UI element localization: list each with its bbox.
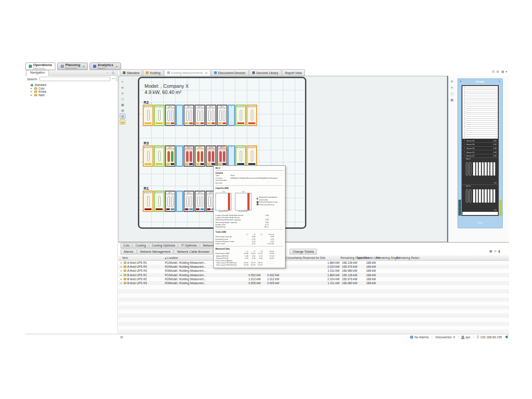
sidebar-item-standard[interactable]: Standard bbox=[27, 83, 117, 87]
close-icon[interactable]: ☒ bbox=[205, 71, 207, 74]
rack[interactable]: R1-20.2kW 0.2kW bbox=[184, 191, 194, 212]
rack[interactable]: A-feed UPS bbox=[143, 191, 153, 212]
minimize-icon[interactable]: ⊟ bbox=[492, 70, 495, 74]
server-unit[interactable]: 12Server 513 W bbox=[462, 154, 498, 158]
blade-chassis[interactable]: RM 217 W bbox=[462, 185, 498, 212]
server-unit[interactable]: 15Server 543 W bbox=[462, 143, 498, 147]
table-row[interactable]: ▶B-feed UPS R2R2/Model: /Kolding Measure… bbox=[118, 277, 509, 281]
rack[interactable]: R3-20.2kW 0.2kW bbox=[184, 145, 194, 167]
table-icon[interactable]: ▦ bbox=[489, 250, 493, 253]
sidebar-item-emea[interactable]: ▶Emea bbox=[27, 90, 117, 94]
expand-arrow-icon[interactable]: ▶ bbox=[31, 94, 33, 96]
server-unit[interactable]: 16Server 553 W bbox=[462, 139, 498, 143]
sidebar-item-nam[interactable]: ▶Nam bbox=[27, 94, 117, 97]
rack[interactable]: A-feed UPS bbox=[143, 145, 153, 167]
rack[interactable]: R2-50.2kW 0.2kW bbox=[217, 105, 227, 126]
grid-icon[interactable]: ▦ bbox=[449, 97, 455, 102]
rack[interactable]: R3-10.2kW 0.2kW bbox=[165, 145, 176, 167]
table-row[interactable]: ▶A-feed UPS R3R3/Model: /Kolding Measure… bbox=[118, 269, 509, 273]
column-header[interactable]: Remaining Redun bbox=[396, 256, 419, 259]
collapse-rack-icon[interactable]: ▲ bbox=[498, 80, 501, 82]
blade-chassis[interactable]: RM 227 W bbox=[462, 158, 498, 185]
navigation-tab[interactable]: Navigation bbox=[26, 70, 49, 76]
tab-change-tickets[interactable]: Change Tickets bbox=[289, 249, 317, 254]
select-tool-icon[interactable]: ↖ bbox=[120, 79, 125, 84]
zoom-in-icon[interactable]: ⊕ bbox=[449, 78, 455, 84]
tab-it-optimize[interactable]: IT Optimize bbox=[178, 243, 200, 248]
rack[interactable]: R2-40.2kW 0.2kW bbox=[206, 105, 216, 126]
editor-tab-discovered-devices[interactable]: Discovered Devices bbox=[211, 69, 249, 76]
rack[interactable]: R3-50.2kW 0.2kW bbox=[217, 145, 227, 167]
fit-view-icon[interactable]: ▢ bbox=[449, 91, 455, 96]
undo-icon[interactable]: ↩ bbox=[112, 77, 115, 81]
rack[interactable]: B-feed PDU bbox=[154, 191, 164, 212]
status-icon[interactable]: ▮ bbox=[498, 250, 500, 253]
rack[interactable]: R1-30.2kW 0.2kW bbox=[195, 191, 205, 212]
expand-arrow-icon[interactable]: ▶ bbox=[121, 278, 122, 280]
rack[interactable]: B-feed PDU bbox=[154, 105, 164, 126]
expand-arrow-icon[interactable]: ▶ bbox=[121, 282, 122, 284]
layout-icon[interactable]: ◨ bbox=[501, 70, 504, 74]
restore-panel-icon[interactable]: ▤ bbox=[120, 336, 123, 339]
editor-tab-genome-library[interactable]: Genome Library bbox=[249, 69, 282, 76]
server-unit[interactable]: 14Server 533 W bbox=[462, 147, 498, 151]
perspective-tab-planning[interactable]: PlanningData Center▾ bbox=[57, 63, 88, 70]
rack[interactable]: A-feed UPS bbox=[143, 105, 153, 126]
sidebar-item-colo[interactable]: ▶Colo bbox=[27, 87, 117, 90]
grid-icon[interactable]: ▦ bbox=[120, 102, 125, 107]
zoom-in-icon[interactable]: ⊕ bbox=[120, 85, 125, 90]
column-header[interactable]: ▴ Location bbox=[165, 256, 178, 260]
rack[interactable]: R3-40.2kW 0.2kW bbox=[206, 145, 216, 167]
rack[interactable]: C bbox=[176, 145, 183, 167]
expand-arrow-icon[interactable]: ▶ bbox=[121, 274, 122, 276]
alarm-status[interactable]: i No Alarms bbox=[407, 336, 429, 339]
fit-view-icon[interactable]: ▢ bbox=[120, 96, 125, 102]
rack[interactable]: A-feed UPS bbox=[246, 145, 257, 167]
rack[interactable]: R2-30.2kW 0.2kW bbox=[195, 105, 205, 126]
layers-icon[interactable]: ▤ bbox=[120, 108, 125, 113]
tab-network-cable-browser[interactable]: Network Cable Browser bbox=[174, 249, 213, 254]
rack[interactable]: B-feed PDU bbox=[235, 145, 246, 167]
menu-icon[interactable]: ▾ bbox=[505, 70, 507, 74]
rack[interactable]: B-feed PDU bbox=[154, 145, 164, 167]
rack[interactable]: C bbox=[176, 105, 183, 126]
rack[interactable]: A-feed UPS bbox=[246, 105, 257, 126]
panel-window-buttons[interactable]: – ◻ bbox=[106, 71, 116, 74]
column-header[interactable]: Item bbox=[122, 256, 128, 259]
user-status[interactable]: apc bbox=[458, 336, 470, 339]
rack-elevation[interactable]: ↻ Front ▲ 424140393837363534333231302928… bbox=[458, 78, 503, 228]
server-unit[interactable]: 13Server 523 W bbox=[462, 150, 498, 154]
maximize-icon[interactable]: ⊞ bbox=[497, 70, 499, 74]
perspective-tab-analytics[interactable]: AnalyticsReports▾ bbox=[90, 63, 121, 70]
editor-tab-report-view[interactable]: Report View bbox=[282, 69, 305, 76]
column-header[interactable]: PSU Uncertainty Reserved for Dist. bbox=[281, 256, 326, 259]
expand-arrow-icon[interactable]: ▶ bbox=[121, 262, 122, 264]
expand-arrow-icon[interactable]: ▶ bbox=[121, 266, 122, 268]
editor-tab-kolding-measurements[interactable]: Kolding Measurements☒ bbox=[164, 69, 211, 76]
highlight-icon[interactable]: ▬ bbox=[120, 119, 125, 125]
editor-tab-kolding[interactable]: Kolding bbox=[143, 69, 163, 76]
tab-alarms[interactable]: Alarms bbox=[121, 249, 137, 254]
tab-cooling-optimize[interactable]: Cooling Optimize bbox=[149, 243, 178, 248]
host-status[interactable]: 192.168.56.195 bbox=[473, 336, 502, 339]
editor-tab-standard[interactable]: Standard bbox=[120, 69, 142, 76]
table-row[interactable]: ▶B-feed UPS R1R1/Model: /Kolding Measure… bbox=[118, 273, 509, 277]
rack[interactable]: R2-20.2kW 0.2kW bbox=[184, 105, 194, 126]
perspective-tab-operations[interactable]: OperationsData Center bbox=[25, 63, 55, 70]
expand-arrow-icon[interactable]: ▶ bbox=[31, 90, 33, 93]
table-row[interactable]: ▶A-feed UPS R2R2/Model: /Kolding Measure… bbox=[118, 265, 509, 269]
rack[interactable]: B-feed PDU bbox=[235, 105, 246, 126]
zoom-out-icon[interactable]: ⊖ bbox=[120, 90, 125, 96]
expand-arrow-icon[interactable]: ▶ bbox=[31, 87, 33, 90]
flip-rack-icon[interactable]: ↻ bbox=[460, 80, 462, 82]
column-header[interactable]: Remaining Capacit bbox=[340, 256, 365, 259]
annotate-icon[interactable]: ▧ bbox=[120, 113, 125, 119]
search-icon[interactable]: ⊙ bbox=[494, 250, 497, 253]
tab-network-management[interactable]: Network Management bbox=[137, 249, 173, 254]
search-input[interactable] bbox=[39, 77, 110, 81]
rack[interactable]: R3-30.2kW 0.2kW bbox=[195, 145, 205, 167]
rack[interactable]: C bbox=[176, 191, 183, 212]
zoom-out-icon[interactable]: ⊖ bbox=[449, 85, 455, 90]
discoveries-status[interactable]: Discoveries: 9 bbox=[432, 336, 455, 339]
rack[interactable]: R2-10.2kW 0.2kW bbox=[165, 105, 176, 126]
